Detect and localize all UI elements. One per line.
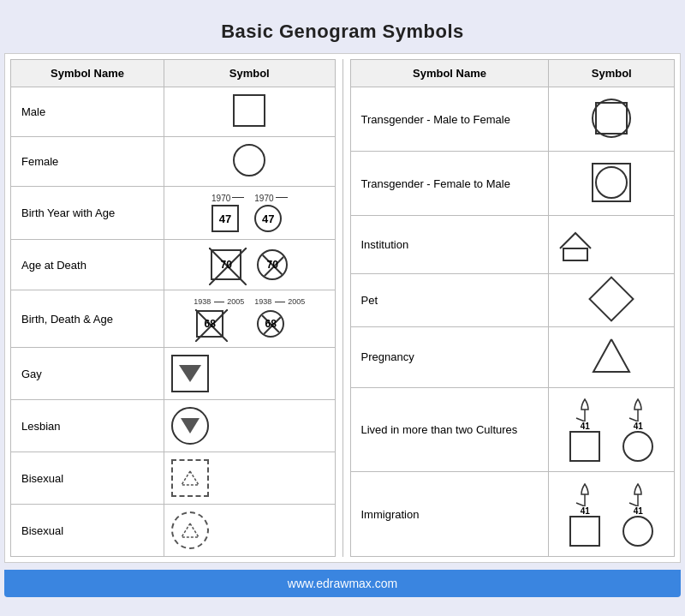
bda-birth-label: 1938	[194, 297, 211, 306]
bisexual-circle-icon	[171, 511, 209, 549]
institution-icon	[556, 224, 595, 264]
circle-icon	[233, 144, 265, 176]
bda-death-label2: 2005	[288, 297, 305, 306]
row-name-male: Male	[11, 87, 164, 137]
death-group: 70 70	[171, 247, 327, 283]
right-col2-header: Symbol	[549, 60, 675, 87]
table-row: Bisexual	[11, 452, 336, 505]
lesbian-triangle-icon	[181, 418, 200, 434]
immig-sq-age: 41	[581, 506, 590, 516]
symbol-bda: 1938 2005 68	[164, 290, 335, 348]
birth-year-label: 1970	[211, 194, 230, 203]
right-col1-header: Symbol Name	[350, 60, 549, 87]
table-row: Female	[11, 137, 336, 187]
symbol-pregnancy	[549, 326, 675, 387]
culture-square-icon	[569, 431, 600, 462]
left-table: Symbol Name Symbol Male Female Birth	[10, 59, 336, 557]
birth-circle-icon: 47	[254, 205, 282, 232]
table-row: Institution	[350, 216, 675, 274]
row-name-lesbian: Lesbian	[11, 400, 164, 452]
death-circle-wrap: 70	[254, 247, 290, 283]
table-row: Lesbian	[11, 400, 336, 452]
immig-sq-top-icon	[564, 482, 605, 506]
symbol-trans-fm	[549, 152, 675, 216]
death-square-wrap: 70	[208, 247, 244, 283]
immigration-group: 41 41	[556, 482, 667, 547]
row-name-bisexual-sq: Bisexual	[11, 452, 164, 505]
pet-diamond-icon	[588, 276, 634, 322]
bda-group: 1938 2005 68	[171, 297, 327, 340]
bda-line2	[275, 302, 285, 302]
table-row: Gay	[11, 348, 336, 400]
table-row: Transgender - Female to Male	[350, 152, 675, 216]
bisexual-square-icon	[171, 459, 209, 497]
left-col1-header: Symbol Name	[11, 60, 164, 87]
culture-sq-top-icon	[564, 398, 605, 422]
row-name-birth-year: Birth Year with Age	[11, 187, 164, 240]
footer: www.edrawmax.com	[4, 570, 681, 597]
symbol-culture: 41 41	[549, 387, 675, 472]
culture-sq-age: 41	[581, 422, 590, 431]
immig-ci-top-icon	[617, 482, 658, 506]
symbol-male	[164, 87, 335, 137]
bda-line1	[214, 302, 224, 302]
row-name-bisexual-ci: Bisexual	[11, 505, 164, 557]
symbol-female	[164, 137, 335, 187]
symbol-institution	[549, 216, 675, 274]
birth-year-group: 1970 47 1970	[171, 194, 327, 232]
table-row: Age at Death 70	[11, 240, 336, 290]
birth-line-icon	[232, 197, 244, 198]
bda-death-label: 2005	[227, 297, 244, 306]
table-row: Birth Year with Age 1970 47	[11, 187, 336, 240]
right-table: Symbol Name Symbol Transgender - Male to…	[350, 59, 676, 557]
table-row: Male	[11, 87, 336, 137]
birth-item-circle: 1970 47	[254, 194, 287, 232]
symbol-bisexual-sq	[164, 452, 335, 505]
pregnancy-triangle-icon	[590, 336, 633, 375]
symbol-birth-year: 1970 47 1970	[164, 187, 335, 240]
bda-birth-label2: 1938	[254, 297, 271, 306]
row-name-immigration: Immigration	[350, 472, 549, 557]
symbol-immigration: 41 41	[549, 472, 675, 557]
table-row: Lived in more than two Cultures 41	[350, 387, 675, 472]
row-name-female: Female	[11, 137, 164, 187]
lesbian-circle-triangle-icon	[171, 407, 209, 445]
bisexual-sq-triangle-icon	[180, 469, 200, 487]
trans-mf-icon	[590, 97, 633, 140]
row-name-bda: Birth, Death & Age	[11, 290, 164, 348]
row-name-pet: Pet	[350, 273, 549, 326]
footer-bar: www.edrawmax.com	[4, 570, 681, 597]
birth-square-icon: 47	[211, 205, 239, 232]
birth-item-square: 1970 47	[211, 194, 244, 232]
row-name-trans-mf: Transgender - Male to Female	[350, 87, 549, 152]
bda-square-icon: 68	[196, 310, 223, 338]
left-col2-header: Symbol	[164, 60, 335, 87]
table-row: Bisexual	[11, 505, 336, 557]
svg-rect-8	[563, 248, 587, 260]
culture-ci-age: 41	[634, 422, 643, 431]
gay-square-triangle-icon	[171, 355, 209, 392]
table-divider	[342, 59, 343, 557]
bda-circle-icon: 68	[257, 310, 284, 338]
gay-triangle-icon	[179, 365, 201, 382]
culture-circle-icon	[622, 431, 653, 462]
symbol-lesbian	[164, 400, 335, 452]
table-row: Birth, Death & Age 1938 2005 68	[11, 290, 336, 348]
row-name-institution: Institution	[350, 216, 549, 274]
table-row: Pet	[350, 273, 675, 326]
symbol-gay	[164, 348, 335, 400]
footer-url: www.edrawmax.com	[288, 577, 397, 590]
symbol-bisexual-ci	[164, 505, 335, 557]
immig-square-icon	[569, 516, 600, 547]
symbol-pet	[549, 273, 675, 326]
trans-fm-icon	[590, 161, 633, 204]
square-icon	[233, 94, 265, 127]
symbol-trans-mf	[549, 87, 675, 152]
bisexual-ci-triangle-icon	[180, 522, 200, 539]
table-row: Immigration 41	[350, 472, 675, 557]
row-name-gay: Gay	[11, 348, 164, 400]
immig-ci-age: 41	[634, 506, 643, 516]
table-row: Transgender - Male to Female	[350, 87, 675, 152]
row-name-age-death: Age at Death	[11, 240, 164, 290]
page-title: Basic Genogram Symbols	[221, 21, 464, 43]
